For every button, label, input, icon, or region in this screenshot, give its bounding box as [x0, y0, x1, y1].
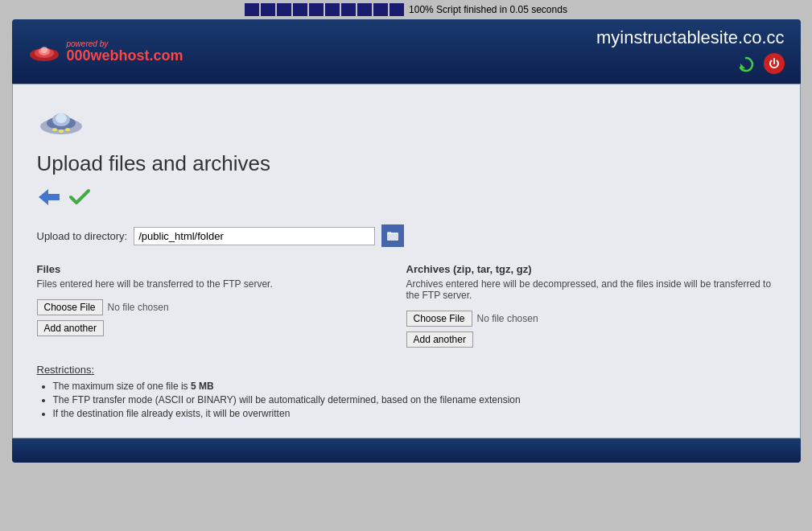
archives-add-another-button[interactable]: Add another — [406, 331, 473, 348]
progress-block — [357, 3, 372, 16]
progress-block — [325, 3, 340, 16]
browse-button[interactable] — [381, 224, 404, 247]
folder-icon — [386, 229, 399, 242]
logo-ufo-icon — [28, 37, 60, 66]
header-right: myinstructablesite.co.cc — [596, 27, 785, 76]
files-column: Files Files entered here will be transfe… — [37, 263, 406, 348]
restriction-item-1: The maximum size of one file is 5 MB — [53, 381, 776, 392]
upload-columns: Files Files entered here will be transfe… — [37, 263, 776, 348]
header-icons — [735, 53, 785, 76]
power-button[interactable] — [764, 53, 785, 74]
header: powered by 000webhost.com myinstructable… — [12, 19, 801, 84]
archives-no-file-text: No file chosen — [477, 313, 538, 324]
progress-block — [390, 3, 404, 16]
ufo-icon — [37, 101, 85, 141]
archives-input-row: Choose File No file chosen — [406, 311, 776, 327]
svg-point-9 — [52, 128, 57, 131]
files-input-row: Choose File No file chosen — [37, 299, 406, 315]
progress-block — [293, 3, 307, 16]
content-area: Upload files and archives Upload to dire… — [12, 84, 801, 438]
main-wrapper: powered by 000webhost.com myinstructable… — [12, 19, 801, 463]
site-name: myinstructablesite.co.cc — [596, 27, 785, 48]
refresh-button[interactable] — [735, 53, 757, 76]
archives-column: Archives (zip, tar, tgz, gz) Archives en… — [406, 263, 776, 348]
webhost-name: 000webhost.com — [67, 48, 183, 64]
progress-text: 100% Script finished in 0.05 seconds — [409, 4, 567, 15]
progress-block — [277, 3, 291, 16]
restriction-item-3: If the destination file already exists, … — [53, 408, 776, 419]
directory-label: Upload to directory: — [37, 230, 128, 242]
power-icon — [768, 57, 781, 70]
progress-block — [261, 3, 275, 16]
files-title: Files — [37, 263, 406, 275]
directory-input[interactable] — [134, 227, 375, 245]
progress-bar-container: 100% Script finished in 0.05 seconds — [0, 0, 812, 19]
logo-text: powered by 000webhost.com — [67, 39, 183, 64]
restrictions-list: The maximum size of one file is 5 MB The… — [37, 381, 776, 419]
files-description: Files entered here will be transferred t… — [37, 278, 406, 290]
page-icon — [37, 101, 776, 143]
progress-blocks — [245, 3, 404, 16]
progress-block — [245, 3, 259, 16]
restriction-item-2: The FTP transfer mode (ASCII or BINARY) … — [53, 394, 776, 405]
progress-block — [309, 3, 324, 16]
confirm-button[interactable] — [68, 186, 92, 208]
svg-marker-4 — [740, 64, 745, 68]
footer — [12, 438, 801, 463]
progress-block — [373, 3, 388, 16]
refresh-icon — [737, 56, 755, 73]
page-title: Upload files and archives — [37, 151, 776, 176]
header-logo: powered by 000webhost.com — [28, 37, 183, 66]
max-size-bold: 5 MB — [191, 381, 214, 392]
directory-row: Upload to directory: — [37, 224, 776, 247]
archives-title: Archives (zip, tar, tgz, gz) — [406, 263, 776, 275]
svg-point-8 — [56, 113, 67, 123]
svg-rect-13 — [47, 194, 60, 200]
svg-point-3 — [41, 47, 47, 53]
files-choose-button[interactable]: Choose File — [37, 299, 103, 315]
svg-point-10 — [65, 128, 70, 131]
restrictions-title: Restrictions: — [37, 364, 776, 376]
files-no-file-text: No file chosen — [108, 302, 169, 313]
svg-point-11 — [59, 130, 64, 133]
progress-block — [341, 3, 356, 16]
files-add-another-button[interactable]: Add another — [37, 320, 104, 336]
restrictions-section: Restrictions: The maximum size of one fi… — [37, 364, 776, 419]
back-button[interactable] — [37, 186, 61, 208]
nav-icons — [37, 186, 776, 208]
archives-description: Archives entered here will be decompress… — [406, 278, 776, 301]
archives-choose-button[interactable]: Choose File — [406, 311, 472, 327]
